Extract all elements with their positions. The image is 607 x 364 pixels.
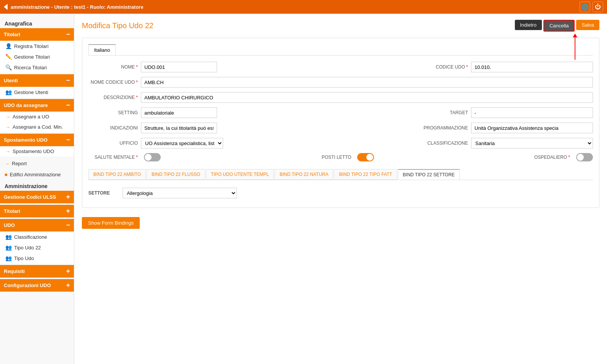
salute-mentale-label: SALUTE MENTALE — [88, 155, 138, 160]
topbar: amministrazione - Utente : test1 - Ruolo… — [0, 0, 607, 14]
indietro-button[interactable]: Indietro — [515, 20, 542, 30]
sidebar-item-ricerca-titolari[interactable]: 🔍 Ricerca Titolari — [0, 62, 74, 73]
sidebar-group-spostamento-label: Spostamento UDO — [4, 137, 48, 143]
nome-label: NOME — [88, 64, 138, 70]
setting-input[interactable] — [141, 107, 217, 118]
sidebar-item-registra-titolari[interactable]: 👤 Registra Titolari — [0, 41, 74, 51]
person-icon: 👤 — [5, 43, 12, 49]
sidebar-item-spostamento-udo[interactable]: → Spostamento UDO — [0, 146, 74, 156]
sidebar-group-utenti-toggle: − — [66, 77, 70, 85]
arrow-line — [575, 37, 575, 60]
programmazione-input[interactable] — [471, 123, 593, 133]
label: Requisiti — [4, 268, 25, 274]
sidebar-item-report[interactable]: → Report — [0, 158, 74, 169]
sidebar-item-gestione-utenti[interactable]: 👥 Gestione Utenti — [0, 87, 74, 97]
sidebar-group-titolari: Titolari − 👤 Registra Titolari ✏️ Gestio… — [0, 28, 74, 73]
toggle: + — [66, 193, 70, 201]
header-buttons: Indietro Cancella Salva — [515, 20, 600, 32]
row-setting-target: SETTING TARGET — [88, 107, 593, 118]
sidebar-group-udo-assegnare-toggle: − — [66, 101, 70, 109]
settore-label: SETTORE — [88, 190, 119, 196]
sidebar-item-label: Tipo Udo — [14, 255, 34, 261]
nome-codice-udo-label: NOME CODICE UDO — [88, 80, 138, 85]
show-form-bindings-button[interactable]: Show Form Bindings — [82, 217, 140, 229]
indicazioni-input[interactable] — [141, 123, 217, 133]
sidebar-item-label: Registra Titolari — [14, 43, 48, 49]
settore-select[interactable]: Allergologia — [123, 188, 237, 198]
arrow-icon: → — [5, 148, 10, 154]
bind-tabs: BIND TIPO 22 AMBITO BIND TIPO 22 FLUSSO … — [88, 169, 593, 180]
bind-tab-flusso[interactable]: BIND TIPO 22 FLUSSO — [147, 169, 205, 180]
sidebar-group-spostamento: Spostamento UDO − → Spostamento UDO — [0, 134, 74, 156]
bind-tab-settore[interactable]: BIND TIPO 22 SETTORE — [398, 169, 460, 180]
sidebar-item-gestione-titolari[interactable]: ✏️ Gestione Titolari — [0, 51, 74, 62]
nome-input[interactable] — [141, 62, 217, 72]
sidebar-group-udo-assegnare: UDO da assegnare − → Assegnare a UO → As… — [0, 99, 74, 132]
indicazioni-label: INDICAZIONI — [88, 125, 138, 131]
posti-letto-toggle[interactable] — [357, 153, 374, 161]
main-content: Modifica Tipo Udo 22 Indietro Cancella S… — [74, 14, 607, 364]
target-label: TARGET — [419, 110, 468, 115]
sidebar-group-titolari-admin-header[interactable]: Titolari + — [0, 205, 74, 217]
sidebar-group-titolari-toggle: − — [66, 30, 70, 38]
codice-udo-label: CODICE UDO — [419, 64, 468, 70]
label: Gestione Codici ULSS — [4, 194, 56, 200]
tipo-udo22-icon: 👥 — [5, 244, 12, 251]
target-input[interactable] — [471, 107, 593, 118]
sidebar-group-udo-assegnare-header[interactable]: UDO da assegnare − — [0, 99, 74, 112]
form-grid: NOME CODICE UDO NOME CODICE UDO DESCRIZI… — [88, 62, 593, 163]
form-card: Italiano NOME CODICE UDO NOME CODICE UDO — [82, 38, 599, 208]
cancella-button[interactable]: Cancella — [543, 20, 575, 32]
globe-icon-button[interactable]: 🌐 — [580, 2, 590, 12]
ospedaliero-toggle[interactable] — [576, 153, 593, 161]
sidebar-item-tipo-udo[interactable]: 👥 Tipo Udo — [0, 253, 74, 263]
sidebar-group-titolari-label: Titolari — [4, 32, 20, 37]
sidebar-item-label: Classificazione — [14, 234, 47, 240]
settore-row: SETTORE Allergologia — [88, 185, 593, 201]
row-toggles: SALUTE MENTALE POSTI LETTO OSPEDALIERO — [88, 153, 593, 161]
sidebar-group-gestione-codici-header[interactable]: Gestione Codici ULSS + — [0, 191, 74, 203]
ufficio-label: UFFICIO — [88, 140, 138, 146]
sidebar-item-assegnare-uo[interactable]: → Assegnare a UO — [0, 112, 74, 122]
sidebar-item-classificazione[interactable]: 👥 Classificazione — [0, 231, 74, 242]
label: Configurazioni UDO — [4, 283, 51, 288]
sidebar-item-tipo-udo-22[interactable]: 👥 Tipo Udo 22 — [0, 242, 74, 253]
sidebar-group-udo-admin: UDO − 👥 Classificazione 👥 Tipo Udo 22 👥 … — [0, 219, 74, 263]
power-icon-button[interactable]: ⏻ — [593, 2, 603, 12]
classificazione-select[interactable]: Sanitaria — [471, 138, 593, 148]
sidebar-group-titolari-admin: Titolari + — [0, 205, 74, 217]
sidebar-item-label: Spostamento UDO — [13, 148, 54, 154]
edifici-icon: ■ — [5, 172, 8, 177]
sidebar-item-label: Gestione Utenti — [14, 89, 48, 95]
ospedaliero-label: OSPEDALIERO — [534, 155, 570, 160]
bind-tab-natura[interactable]: BIND TIPO 22 NATURA — [275, 169, 333, 180]
bind-tab-utente-templ[interactable]: TIPO UDO UTENTE TEMPL — [206, 169, 274, 180]
nome-codice-udo-input[interactable] — [141, 77, 593, 88]
row-indicazioni-programmazione: INDICAZIONI PROGRAMMAZIONE — [88, 123, 593, 133]
report-arrow-icon: → — [5, 161, 10, 166]
programmazione-label: PROGRAMMAZIONE — [419, 125, 468, 131]
salva-button[interactable]: Salva — [576, 20, 599, 30]
sidebar-group-utenti-body: 👥 Gestione Utenti — [0, 87, 74, 97]
sidebar-group-titolari-body: 👤 Registra Titolari ✏️ Gestione Titolari… — [0, 41, 74, 73]
codice-udo-input[interactable] — [471, 62, 593, 72]
sidebar-item-assegnare-cod-min[interactable]: → Assegnare a Cod. Min. — [0, 122, 74, 132]
row-ufficio-classificazione: UFFICIO UO Assistenza specialistica, lis… — [88, 138, 593, 148]
descrizione-input[interactable] — [141, 92, 593, 103]
sidebar-item-label: Assegnare a Cod. Min. — [13, 124, 63, 130]
sidebar-group-titolari-header[interactable]: Titolari − — [0, 28, 74, 41]
sidebar-group-configurazioni-header[interactable]: Configurazioni UDO + — [0, 279, 74, 292]
sidebar-group-spostamento-toggle: − — [66, 136, 70, 144]
sidebar-group-spostamento-header[interactable]: Spostamento UDO − — [0, 134, 74, 146]
bind-tab-ambito[interactable]: BIND TIPO 22 AMBITO — [88, 169, 146, 180]
bind-tab-tipo-fatt[interactable]: BIND TIPO 22 TIPO FATT — [334, 169, 397, 180]
sidebar-item-label: Ricerca Titolari — [14, 65, 47, 70]
sidebar-item-edifici[interactable]: ■ Edifici Amministrazione — [0, 169, 74, 180]
sidebar-group-utenti-header[interactable]: Utenti − — [0, 74, 74, 87]
ufficio-select[interactable]: UO Assistenza specialistica, liste d — [141, 138, 223, 148]
sidebar-group-udo-admin-header[interactable]: UDO − — [0, 219, 74, 231]
salute-mentale-toggle[interactable] — [144, 153, 161, 161]
tab-italiano[interactable]: Italiano — [88, 44, 116, 55]
sidebar-group-requisiti-header[interactable]: Requisiti + — [0, 265, 74, 278]
toggle: + — [66, 207, 70, 215]
